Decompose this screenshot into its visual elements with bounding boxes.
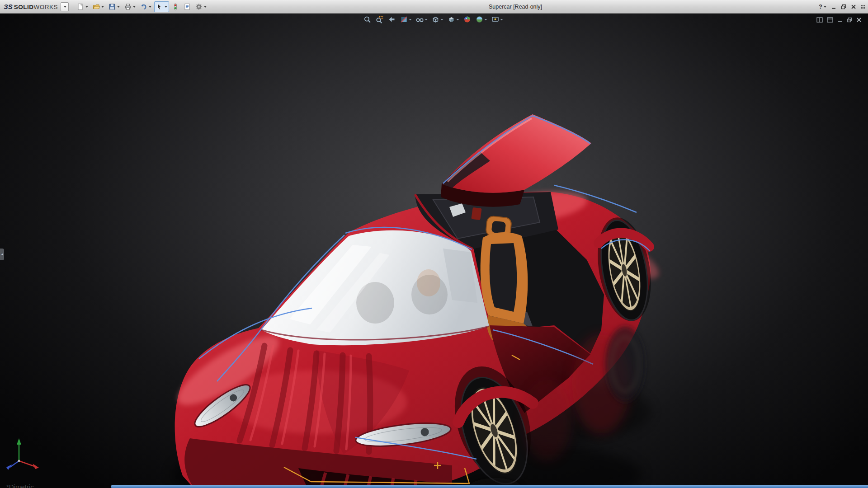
doc-restore-button[interactable]	[847, 16, 852, 24]
view-orientation-label: *Dimetric	[6, 483, 34, 488]
chevron-down-icon	[441, 19, 443, 20]
restore-icon	[841, 4, 846, 9]
feature-manager-collapsed-tab[interactable]: ◂	[0, 249, 4, 260]
minimize-icon	[831, 4, 836, 9]
scene-ball-icon	[476, 15, 484, 23]
hide-show-items-button[interactable]	[415, 15, 429, 24]
display-style-button[interactable]	[447, 15, 460, 24]
view-settings-icon	[491, 15, 500, 23]
rebuild-stoplight-icon	[172, 3, 179, 10]
options-button[interactable]	[193, 1, 208, 12]
close-button[interactable]	[851, 4, 856, 9]
previous-view-button[interactable]	[387, 15, 397, 24]
printer-icon	[124, 3, 132, 10]
rebuild-button[interactable]	[170, 1, 181, 12]
toolbar-options-button[interactable]	[861, 5, 865, 9]
view-settings-button[interactable]	[491, 15, 504, 24]
chevron-left-icon: ◂	[1, 253, 3, 256]
chevron-down-icon	[824, 6, 826, 8]
open-button[interactable]	[91, 1, 106, 12]
undo-arrow-icon	[140, 3, 147, 10]
orientation-triad	[3, 432, 46, 475]
logo-text-solid: SOLID	[14, 4, 34, 10]
triad-x-axis	[19, 461, 39, 469]
open-folder-icon	[93, 3, 100, 10]
status-bar-edge	[111, 485, 868, 488]
graphics-area[interactable]: ◂ *Dimetric	[0, 14, 868, 488]
document-window-controls	[816, 16, 862, 24]
chevron-down-icon	[500, 19, 503, 20]
zoom-to-fit-button[interactable]	[363, 15, 373, 24]
windshield	[261, 230, 489, 346]
ds-logo-mark: ЗS	[4, 3, 13, 10]
file-properties-icon	[184, 3, 191, 10]
doc-close-button[interactable]	[856, 16, 862, 24]
new-document-button[interactable]	[75, 1, 90, 12]
document-title: Supercar [Read-only]	[489, 4, 542, 10]
menu-expand-button[interactable]	[61, 2, 69, 11]
view-cube-icon	[432, 15, 440, 23]
logo-text-works: WORKS	[33, 4, 58, 10]
help-button[interactable]: ?	[819, 3, 826, 10]
restore-button[interactable]	[841, 4, 846, 9]
options-gear-icon	[195, 3, 203, 10]
select-cursor-icon	[156, 3, 163, 10]
view-orientation-button[interactable]	[431, 15, 444, 24]
section-view-icon	[400, 15, 408, 23]
headsup-view-toolbar	[363, 15, 504, 24]
undo-button[interactable]	[138, 1, 153, 12]
section-view-button[interactable]	[399, 15, 413, 24]
minimize-icon	[837, 17, 843, 23]
triad-y-axis	[17, 438, 21, 461]
appearance-ball-icon	[463, 15, 472, 23]
zoom-to-fit-icon	[363, 15, 372, 23]
file-properties-button[interactable]	[182, 1, 193, 12]
zoom-to-area-button[interactable]	[375, 15, 385, 24]
doc-minimize-button[interactable]	[837, 16, 843, 24]
full-pane-icon	[827, 17, 833, 23]
chevron-down-icon	[457, 19, 459, 20]
display-style-icon	[448, 15, 456, 23]
split-pane-button[interactable]	[816, 16, 823, 24]
help-icon: ?	[819, 3, 822, 10]
close-icon	[856, 17, 862, 23]
minimize-button[interactable]	[831, 4, 836, 9]
standard-toolbar	[75, 1, 208, 12]
save-disk-icon	[108, 3, 116, 10]
grid-dots-icon	[861, 5, 865, 9]
chevron-down-icon	[409, 19, 412, 20]
close-icon	[851, 4, 856, 9]
edit-appearance-button[interactable]	[462, 15, 472, 24]
zoom-to-area-icon	[376, 15, 384, 23]
new-document-icon	[77, 3, 84, 10]
split-pane-icon	[816, 17, 823, 23]
car-model-render[interactable]	[0, 14, 868, 488]
full-pane-button[interactable]	[827, 16, 833, 24]
chevron-down-icon	[485, 19, 487, 20]
titlebar: ЗS SOLIDWORKS	[0, 0, 868, 14]
previous-view-icon	[388, 15, 396, 23]
solidworks-logo: ЗS SOLIDWORKS	[0, 3, 61, 10]
restore-icon	[847, 17, 852, 23]
select-button[interactable]	[154, 1, 169, 12]
glasses-icon	[416, 15, 424, 23]
triad-z-axis	[6, 461, 19, 470]
chevron-down-icon	[64, 6, 66, 8]
chevron-down-icon	[425, 19, 428, 20]
print-button[interactable]	[123, 1, 137, 12]
save-button[interactable]	[107, 1, 122, 12]
apply-scene-button[interactable]	[475, 15, 488, 24]
window-controls: ?	[819, 3, 868, 10]
